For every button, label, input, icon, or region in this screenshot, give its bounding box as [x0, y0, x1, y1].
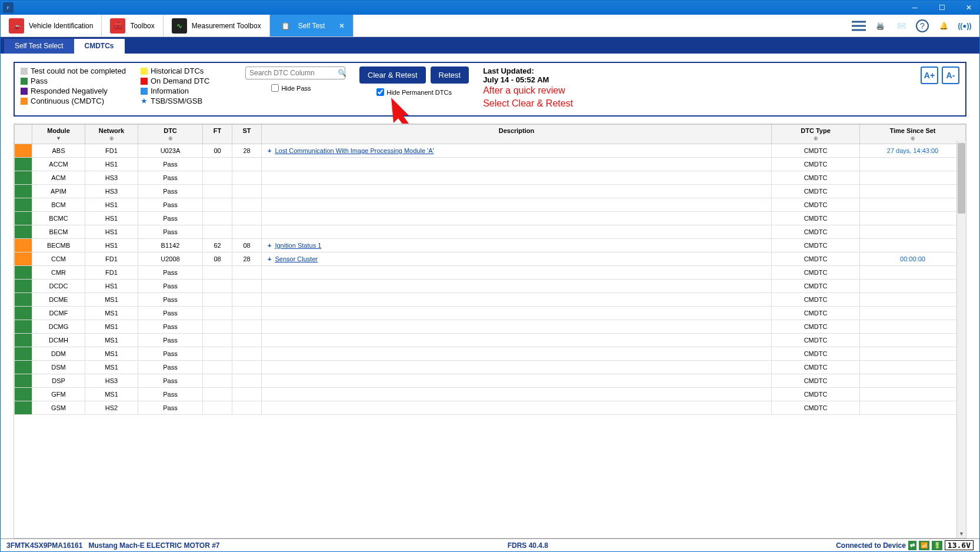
cell-dtc: Pass	[138, 387, 203, 401]
cell-time-since-set	[860, 198, 966, 211]
retest-button[interactable]: Retest	[431, 66, 469, 84]
font-increase-button[interactable]: A+	[921, 66, 938, 84]
search-input-wrap[interactable]: 🔍	[245, 66, 345, 79]
mail-icon[interactable]: ✉️	[894, 18, 909, 34]
vertical-scrollbar[interactable]: ▲ ▼	[956, 141, 966, 538]
table-row[interactable]: APIMHS3PassCMDTC	[15, 184, 966, 198]
close-tab-icon[interactable]: ✕	[339, 22, 345, 30]
font-decrease-button[interactable]: A-	[942, 66, 959, 84]
cell-network: MS1	[85, 292, 138, 306]
column-header[interactable]: ST	[232, 124, 262, 144]
clear-retest-button[interactable]: Clear & Retest	[359, 66, 426, 84]
expand-icon[interactable]: +	[268, 255, 271, 262]
close-button[interactable]: ✕	[961, 2, 977, 14]
cell-description[interactable]: +Ignition Status 1	[262, 238, 772, 252]
tab-toolbox[interactable]: 🧰 Toolbox	[102, 15, 163, 36]
table-row[interactable]: DCDCHS1PassCMDTC	[15, 279, 966, 292]
tab-vehicle-identification[interactable]: 🚗 Vehicle Identification	[1, 15, 102, 36]
cell-dtc-type: CMDTC	[772, 387, 860, 401]
expand-icon[interactable]: +	[268, 242, 271, 249]
column-header[interactable]: DTC Type⊕	[772, 124, 860, 144]
column-header[interactable]	[15, 124, 32, 144]
table-row[interactable]: DCMGMS1PassCMDTC	[15, 320, 966, 333]
bell-icon[interactable]: 🔔	[936, 18, 951, 34]
table-row[interactable]: BECMHS1PassCMDTC	[15, 225, 966, 238]
cell-network: HS3	[85, 374, 138, 387]
maximize-button[interactable]: ☐	[934, 2, 950, 14]
print-icon[interactable]: 🖨️	[872, 18, 888, 34]
scrollbar-thumb[interactable]	[958, 143, 965, 214]
tab-self-test[interactable]: 📋 Self Test ✕	[270, 15, 354, 36]
cell-st	[232, 320, 262, 333]
subtab-self-test-select[interactable]: Self Test Select	[4, 39, 74, 54]
column-header[interactable]: Description	[262, 124, 772, 144]
description-link[interactable]: Lost Communication With Image Processing…	[275, 147, 434, 154]
cell-description	[262, 279, 772, 292]
cell-description	[262, 184, 772, 198]
ribbon-bar: 🚗 Vehicle Identification 🧰 Toolbox ∿ Mea…	[1, 15, 979, 37]
table-row[interactable]: ABSFD1U023A0028+Lost Communication With …	[15, 144, 966, 157]
color-swatch	[141, 68, 148, 75]
table-row[interactable]: DCMFMS1PassCMDTC	[15, 306, 966, 320]
tab-measurement-toolbox[interactable]: ∿ Measurement Toolbox	[164, 15, 270, 36]
table-row[interactable]: GSMHS2PassCMDTC	[15, 401, 966, 414]
cell-time-since-set	[860, 225, 966, 238]
table-row[interactable]: DSMMS1PassCMDTC	[15, 360, 966, 374]
table-row[interactable]: BECMBHS1B11426208+Ignition Status 1CMDTC	[15, 238, 966, 252]
column-header[interactable]: Module▼	[32, 124, 85, 144]
table-row[interactable]: ACCMHS1PassCMDTC	[15, 157, 966, 171]
table-row[interactable]: CCMFD1U20080828+Sensor ClusterCMDTC00:00…	[15, 252, 966, 265]
color-swatch	[141, 78, 148, 85]
hide-pass-checkbox[interactable]: Hide Pass	[237, 84, 345, 92]
search-icon[interactable]: 🔍	[338, 69, 346, 77]
column-header[interactable]: DTC⊕	[138, 124, 203, 144]
search-input[interactable]	[249, 69, 338, 77]
cell-description[interactable]: +Sensor Cluster	[262, 252, 772, 265]
cell-ft	[203, 279, 232, 292]
last-updated-value: July 14 - 05:52 AM	[483, 75, 573, 84]
table-row[interactable]: BCMHS1PassCMDTC	[15, 198, 966, 211]
svg-text:?: ?	[920, 21, 925, 31]
cell-time-since-set	[860, 279, 966, 292]
status-indicator	[15, 387, 32, 401]
minimize-button[interactable]: ─	[906, 2, 923, 14]
description-link[interactable]: Sensor Cluster	[275, 255, 318, 262]
cell-module: DCMF	[32, 306, 85, 320]
table-row[interactable]: DCMHMS1PassCMDTC	[15, 333, 966, 347]
status-indicator	[15, 374, 32, 387]
cell-dtc: Pass	[138, 184, 203, 198]
table-row[interactable]: ACMHS3PassCMDTC	[15, 171, 966, 184]
description-link[interactable]: Ignition Status 1	[275, 242, 321, 249]
cell-dtc-type: CMDTC	[772, 401, 860, 414]
column-header[interactable]: FT	[203, 124, 232, 144]
menu-icon[interactable]	[851, 18, 866, 34]
column-header[interactable]: Network⊕	[85, 124, 138, 144]
cell-ft	[203, 211, 232, 225]
subtab-cmdtcs[interactable]: CMDTCs	[74, 39, 125, 54]
status-indicator	[15, 252, 32, 265]
expand-icon[interactable]: +	[268, 147, 271, 154]
column-header[interactable]: Time Since Set⊕	[860, 124, 966, 144]
table-row[interactable]: DCMEMS1PassCMDTC	[15, 292, 966, 306]
last-updated-label: Last Updated:	[483, 66, 573, 75]
cell-dtc: Pass	[138, 374, 203, 387]
broadcast-icon[interactable]: ((●))	[957, 18, 972, 34]
table-row[interactable]: DDMMS1PassCMDTC	[15, 347, 966, 360]
cell-time-since-set: 00:00:00	[860, 252, 966, 265]
cell-time-since-set	[860, 320, 966, 333]
cell-module: ABS	[32, 144, 85, 157]
cell-st: 28	[232, 252, 262, 265]
table-row[interactable]: CMRFD1PassCMDTC	[15, 265, 966, 279]
help-icon[interactable]: ?	[915, 18, 930, 34]
cell-st: 28	[232, 144, 262, 157]
cell-module: GSM	[32, 401, 85, 414]
cell-time-since-set	[860, 238, 966, 252]
table-row[interactable]: BCMCHS1PassCMDTC	[15, 211, 966, 225]
scroll-down-icon[interactable]: ▼	[957, 530, 966, 538]
table-row[interactable]: GFMMS1PassCMDTC	[15, 387, 966, 401]
table-row[interactable]: DSPHS3PassCMDTC	[15, 374, 966, 387]
cell-network: HS1	[85, 279, 138, 292]
cell-description[interactable]: +Lost Communication With Image Processin…	[262, 144, 772, 157]
cell-module: ACCM	[32, 157, 85, 171]
cell-module: ACM	[32, 171, 85, 184]
